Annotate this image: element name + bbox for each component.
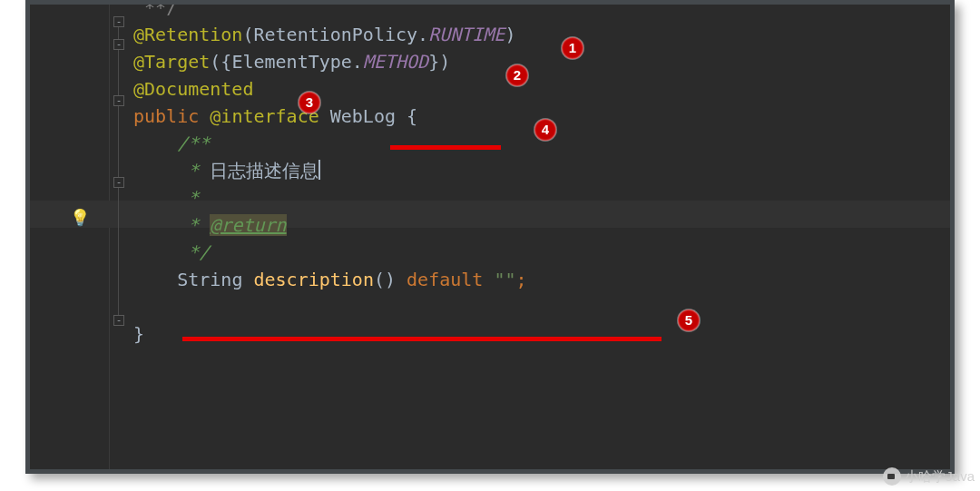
token-annotation: @Target (133, 51, 210, 73)
token-ident: (RetentionPolicy. (242, 24, 428, 45)
annotation-underline (390, 145, 501, 150)
fold-toggle-icon[interactable]: - (113, 39, 124, 50)
token-text (133, 187, 177, 209)
fold-toggle-icon[interactable]: - (113, 16, 124, 27)
token-keyword: default (407, 269, 494, 290)
token-annotation: @Documented (133, 78, 253, 100)
token-const: METHOD (363, 51, 428, 73)
token-method: description (253, 269, 373, 290)
watermark: 小哈学Java (883, 467, 975, 486)
annotation-badge-2: 2 (506, 64, 528, 86)
token-text (133, 160, 177, 182)
token-ident: ) (505, 24, 515, 45)
token-keyword: ; (515, 269, 526, 290)
token-doccomment: * (177, 187, 199, 209)
gutter (30, 5, 110, 469)
code-line[interactable]: @Retention(RetentionPolicy.RUNTIME) (133, 21, 950, 48)
code-line[interactable]: } (133, 320, 950, 348)
token-const: RUNTIME (428, 24, 505, 45)
fold-toggle-icon[interactable]: - (113, 95, 124, 106)
code-line[interactable]: String description() default ""; (133, 266, 950, 293)
token-text: 日志描述信息 (210, 160, 318, 182)
token-text (133, 269, 177, 290)
code-line[interactable]: */ (133, 239, 950, 266)
token-string: "" (494, 269, 515, 290)
token-text (133, 133, 177, 154)
token-doccomment: /** (177, 133, 210, 154)
token-comment: **/ (144, 0, 177, 18)
token-ident: { (407, 105, 417, 127)
token-ident: ({ElementType. (210, 51, 363, 73)
token-text (133, 214, 177, 236)
wechat-icon (883, 467, 901, 486)
code-line[interactable]: * (133, 184, 950, 211)
editor-window: 💡 **/@Retention(RetentionPolicy.RUNTIME)… (25, 0, 955, 474)
code-line[interactable]: * 日志描述信息 (133, 157, 950, 184)
token-doccomment: * (177, 214, 210, 236)
code-line[interactable]: **/ (133, 0, 950, 21)
token-doccomment: */ (177, 241, 210, 263)
code-line[interactable]: @Documented (133, 75, 950, 103)
watermark-text: 小哈学Java (905, 468, 975, 485)
fold-guide-line (118, 27, 119, 318)
code-line[interactable]: @Target({ElementType.METHOD}) (133, 48, 950, 75)
token-ident: }) (428, 51, 450, 73)
token-keyword: public (133, 105, 210, 127)
intention-bulb-icon[interactable]: 💡 (70, 208, 90, 227)
fold-toggle-icon[interactable]: - (113, 177, 124, 188)
token-ident: WebLog (330, 105, 407, 127)
code-line[interactable] (133, 293, 950, 320)
annotation-badge-4: 4 (534, 119, 556, 141)
annotation-badge-5: 5 (678, 309, 700, 331)
token-doccomment: * (177, 160, 210, 182)
code-area[interactable]: **/@Retention(RetentionPolicy.RUNTIME)@T… (126, 0, 950, 469)
token-ident: () (374, 269, 407, 290)
token-doc-tag-return: @return (210, 214, 286, 236)
code-line[interactable]: * @return (133, 211, 950, 239)
annotation-badge-1: 1 (562, 37, 583, 59)
fold-toggle-icon[interactable]: - (113, 315, 124, 326)
annotation-badge-3: 3 (299, 92, 320, 113)
token-ident: } (133, 323, 144, 345)
annotation-underline (182, 337, 662, 341)
text-cursor (318, 160, 320, 180)
token-annotation: @Retention (133, 24, 242, 45)
token-text (133, 0, 144, 18)
token-ident: String (177, 269, 253, 290)
token-text (133, 241, 177, 263)
